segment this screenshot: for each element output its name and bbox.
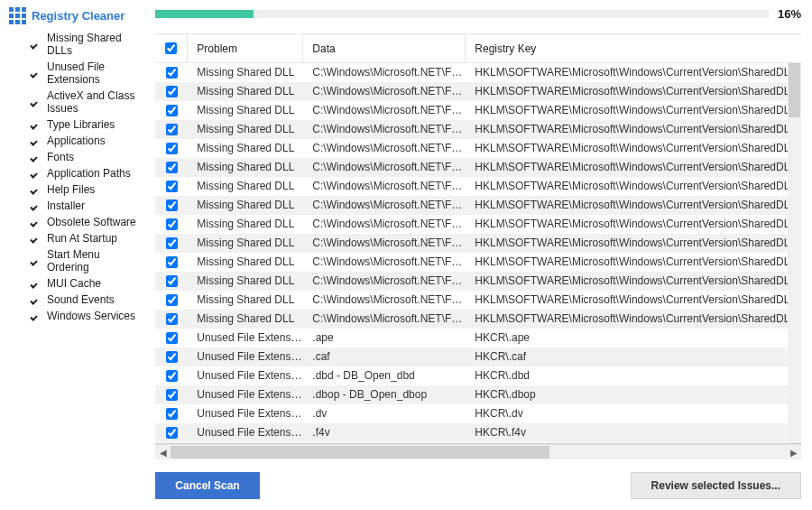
header-registry-key[interactable]: Registry Key [466,34,801,62]
cell-data: .dbd - DB_Open_dbd [303,366,466,385]
row-checkbox[interactable] [166,256,178,268]
vertical-scrollbar[interactable] [788,63,801,443]
cell-data: C:\Windows\Microsoft.NET\Fra... [303,291,466,310]
sidebar-item[interactable]: Windows Services [31,308,144,324]
row-checkbox[interactable] [166,105,178,116]
horizontal-scroll-track[interactable] [171,445,786,459]
table-row[interactable]: Unused File Extension.dbd - DB_Open_dbdH… [155,366,801,385]
row-checkbox[interactable] [166,124,178,135]
table-row[interactable]: Missing Shared DLLC:\Windows\Microsoft.N… [155,272,801,291]
table-row[interactable]: Missing Shared DLLC:\Windows\Microsoft.N… [155,253,801,272]
sidebar-item[interactable]: Type Libraries [31,116,144,133]
sidebar-item[interactable]: Applications [31,133,144,149]
cell-problem: Missing Shared DLL [188,158,303,177]
table-row[interactable]: Missing Shared DLLC:\Windows\Microsoft.N… [155,177,801,196]
sidebar-item[interactable]: Run At Startup [31,230,144,246]
table-row[interactable]: Missing Shared DLLC:\Windows\Microsoft.N… [155,63,801,82]
cell-registry-key: HKLM\SOFTWARE\Microsoft\Windows\CurrentV… [466,158,801,177]
cell-problem: Missing Shared DLL [188,177,303,196]
scroll-right-arrow-icon[interactable]: ▶ [786,445,801,460]
row-checkbox-cell [155,215,188,234]
row-checkbox[interactable] [166,237,178,249]
header-data[interactable]: Data [303,34,466,62]
cell-data: C:\Windows\Microsoft.NET\Fra... [303,196,466,215]
row-checkbox[interactable] [166,181,178,192]
table-row[interactable]: Missing Shared DLLC:\Windows\Microsoft.N… [155,196,801,215]
row-checkbox[interactable] [166,294,178,306]
review-issues-button[interactable]: Review selected Issues... [631,472,801,499]
row-checkbox[interactable] [166,332,178,344]
table-row[interactable]: Missing Shared DLLC:\Windows\Microsoft.N… [155,215,801,234]
table-row[interactable]: Missing Shared DLLC:\Windows\Microsoft.N… [155,310,801,329]
row-checkbox[interactable] [166,199,178,211]
sidebar-item[interactable]: Application Paths [31,165,144,181]
horizontal-scroll-thumb[interactable] [171,446,549,459]
cell-data: C:\Windows\Microsoft.NET\Fra... [303,82,466,101]
select-all-checkbox[interactable] [165,42,177,54]
sidebar-item[interactable]: MUI Cache [31,275,144,292]
cell-data: C:\Windows\Microsoft.NET\Fra... [303,234,466,253]
table-row[interactable]: Missing Shared DLLC:\Windows\Microsoft.N… [155,82,801,101]
cell-registry-key: HKLM\SOFTWARE\Microsoft\Windows\CurrentV… [466,139,801,158]
row-checkbox[interactable] [166,86,178,97]
vertical-scroll-thumb[interactable] [789,63,800,117]
sidebar-item[interactable]: Obsolete Software [31,214,144,230]
checkmark-icon [31,97,40,107]
sidebar-item[interactable]: Help Files [31,181,144,198]
sidebar-item[interactable]: Fonts [31,149,144,165]
table-row[interactable]: Missing Shared DLLC:\Windows\Microsoft.N… [155,234,801,253]
row-checkbox[interactable] [166,313,178,325]
row-checkbox[interactable] [166,275,178,287]
table-row[interactable]: Missing Shared DLLC:\Windows\Microsoft.N… [155,120,801,139]
table-row[interactable]: Missing Shared DLLC:\Windows\Microsoft.N… [155,158,801,177]
row-checkbox-cell [155,82,188,101]
sidebar-item[interactable]: Unused File Extensions [31,59,144,88]
checkmark-icon [31,40,40,49]
row-checkbox[interactable] [166,408,178,420]
table-row[interactable]: Unused File Extension.f4vHKCR\.f4v [155,423,801,442]
row-checkbox[interactable] [166,218,178,230]
table-row[interactable]: Missing Shared DLLC:\Windows\Microsoft.N… [155,139,801,158]
scroll-left-arrow-icon[interactable]: ◀ [155,445,171,460]
cell-registry-key: HKLM\SOFTWARE\Microsoft\Windows\CurrentV… [466,196,801,215]
sidebar-item[interactable]: Installer [31,198,144,214]
cell-data: C:\Windows\Microsoft.NET\Fra... [303,253,466,272]
sidebar-item-label: Sound Events [47,293,115,306]
checkmark-icon [31,234,40,243]
cell-registry-key: HKCR\.dbd [466,366,801,385]
row-checkbox[interactable] [166,389,178,401]
row-checkbox-cell [155,404,188,423]
row-checkbox-cell [155,366,188,385]
row-checkbox[interactable] [166,162,178,173]
sidebar-item-label: Unused File Extensions [47,60,144,86]
row-checkbox[interactable] [166,370,178,382]
sidebar-item[interactable]: Start Menu Ordering [31,246,144,275]
sidebar-item[interactable]: Sound Events [31,292,144,308]
header-problem[interactable]: Problem [188,34,303,62]
cancel-scan-button[interactable]: Cancel Scan [155,472,259,499]
horizontal-scrollbar[interactable]: ◀ ▶ [155,444,801,459]
table-row[interactable]: Unused File Extension.dbop - DB_Open_dbo… [155,385,801,404]
table-row[interactable]: Unused File Extension.cafHKCR\.caf [155,348,801,366]
cell-data: C:\Windows\Microsoft.NET\Fra... [303,139,466,158]
checkmark-icon [31,169,40,178]
cell-registry-key: HKLM\SOFTWARE\Microsoft\Windows\CurrentV… [466,291,801,310]
row-checkbox[interactable] [166,143,178,154]
cell-problem: Missing Shared DLL [188,196,303,215]
table-row[interactable]: Missing Shared DLLC:\Windows\Microsoft.N… [155,291,801,310]
table-row[interactable]: Unused File Extension.apeHKCR\.ape [155,329,801,348]
sidebar-item-label: Application Paths [47,167,131,180]
row-checkbox[interactable] [166,67,178,79]
cell-problem: Missing Shared DLL [188,82,303,101]
sidebar-item-label: ActiveX and Class Issues [47,89,144,115]
table-row[interactable]: Unused File Extension.dvHKCR\.dv [155,404,801,423]
row-checkbox[interactable] [166,427,178,439]
cell-problem: Missing Shared DLL [188,215,303,234]
table-row[interactable]: Missing Shared DLLC:\Windows\Microsoft.N… [155,101,801,120]
sidebar-item[interactable]: ActiveX and Class Issues [31,88,144,116]
sidebar-item[interactable]: Missing Shared DLLs [31,30,144,59]
row-checkbox[interactable] [166,351,178,363]
cell-problem: Unused File Extension [188,423,303,442]
sidebar-item-label: Windows Services [47,310,135,322]
sidebar-header[interactable]: Registry Cleaner [9,7,144,24]
